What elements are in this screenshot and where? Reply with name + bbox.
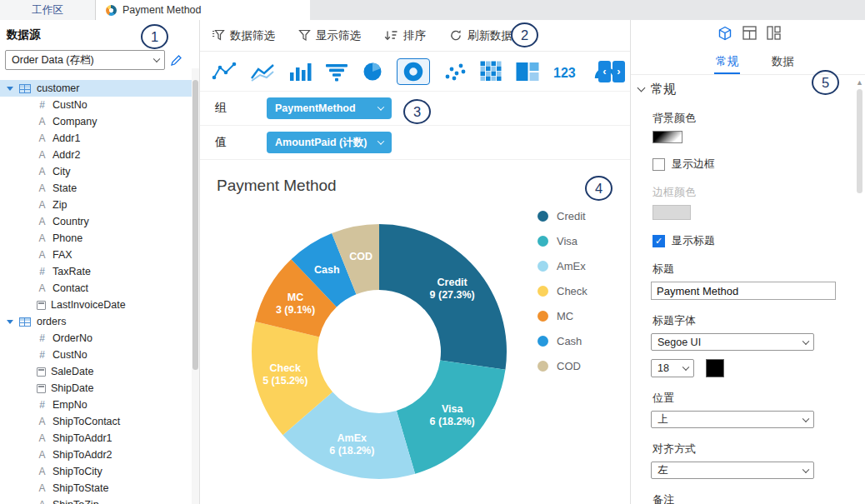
toolbar-data-filter[interactable]: 数据筛选 bbox=[212, 28, 275, 43]
chevron-down-icon bbox=[378, 137, 384, 144]
scrollbar-thumb[interactable] bbox=[857, 89, 862, 193]
panel-scrollbar[interactable]: ▲ bbox=[855, 78, 864, 504]
tree-field-row[interactable]: #CustNo bbox=[0, 97, 199, 113]
title-font-color-swatch[interactable] bbox=[706, 359, 724, 377]
sort-icon bbox=[384, 29, 398, 42]
tree-field-row[interactable]: ShipDate bbox=[0, 380, 199, 397]
toolbar-refresh[interactable]: 刷新数据 bbox=[449, 28, 512, 43]
legend-item-check[interactable]: Check bbox=[538, 278, 588, 303]
tree-field-row[interactable]: AShipToContact bbox=[0, 413, 199, 430]
tree-field-row[interactable]: AState bbox=[0, 180, 199, 197]
legend-item-mc[interactable]: MC bbox=[538, 303, 588, 328]
chart-type-heatmap-icon[interactable] bbox=[480, 61, 502, 82]
table-name: customer bbox=[37, 82, 79, 94]
title-font-size-select[interactable]: 18 bbox=[651, 359, 694, 377]
tree-field-row[interactable]: AShipToState bbox=[0, 480, 199, 497]
title-input[interactable] bbox=[651, 282, 836, 300]
chart-type-treemap-icon[interactable] bbox=[516, 62, 539, 82]
tree-field-row[interactable]: AContact bbox=[0, 280, 199, 297]
tab-payment-method[interactable]: Payment Method bbox=[96, 0, 310, 20]
donut-chart-icon bbox=[106, 5, 117, 16]
tree-field-row[interactable]: LastInvoiceDate bbox=[0, 297, 199, 313]
date-field-icon bbox=[37, 301, 46, 310]
tree-field-row[interactable]: ACompany bbox=[0, 113, 199, 130]
tree-field-row[interactable]: ACountry bbox=[0, 213, 199, 230]
split-layout-icon[interactable] bbox=[767, 26, 781, 42]
toolbar-display-filter[interactable]: 显示筛选 bbox=[298, 28, 361, 43]
section-general[interactable]: 常规 bbox=[638, 82, 865, 97]
scrollbar-thumb[interactable] bbox=[192, 80, 198, 370]
tab-data[interactable]: 数据 bbox=[772, 48, 794, 74]
date-field-icon bbox=[37, 384, 46, 393]
title-font-select[interactable]: Segoe UI bbox=[651, 333, 814, 351]
properties-panel: 常规 数据 常规 背景颜色 显示边框 边框颜色 bbox=[630, 20, 865, 504]
field-name: Company bbox=[52, 116, 98, 127]
tree-field-row[interactable]: AShipToAddr1 bbox=[0, 430, 199, 447]
donut-chart-svg: Credit9 (27.3%)Visa6 (18.2%)AmEx6 (18.2%… bbox=[246, 218, 512, 485]
field-name: ShipDate bbox=[51, 382, 93, 394]
tree-field-row[interactable]: #EmpNo bbox=[0, 397, 199, 413]
field-tree: customer#CustNoACompanyAAddr1AAddr2ACity… bbox=[0, 80, 199, 504]
group-field-dropdown[interactable]: PaymentMethod bbox=[267, 97, 392, 119]
scroll-left-button[interactable]: ‹ bbox=[598, 61, 611, 82]
tree-field-row[interactable]: #TaxRate bbox=[0, 263, 199, 280]
alignment-select[interactable]: 左 bbox=[651, 462, 814, 479]
tree-field-row[interactable]: ACity bbox=[0, 163, 199, 180]
legend-item-cash[interactable]: Cash bbox=[538, 328, 588, 353]
chart-type-line-marker-icon[interactable] bbox=[212, 62, 237, 82]
field-name: Contact bbox=[52, 282, 88, 294]
title-font-value: Segoe UI bbox=[658, 337, 701, 348]
scroll-up-icon[interactable]: ▲ bbox=[855, 78, 864, 87]
chart-type-pie-icon[interactable] bbox=[362, 62, 383, 82]
position-select[interactable]: 上 bbox=[651, 411, 814, 428]
tree-field-row[interactable]: #OrderNo bbox=[0, 330, 199, 347]
tree-field-row[interactable]: AFAX bbox=[0, 247, 199, 263]
tree-field-row[interactable]: APhone bbox=[0, 230, 199, 247]
table-node-orders[interactable]: orders bbox=[0, 313, 199, 330]
tree-field-row[interactable]: SaleDate bbox=[0, 363, 199, 380]
toolbar-sort[interactable]: 排序 bbox=[384, 28, 426, 43]
field-name: ShipToContact bbox=[52, 416, 120, 427]
scroll-right-button[interactable]: › bbox=[612, 61, 625, 82]
tree-field-row[interactable]: AZip bbox=[0, 197, 199, 213]
chart-type-column-icon[interactable] bbox=[288, 62, 312, 82]
tree-field-row[interactable]: #CustNo bbox=[0, 347, 199, 363]
legend-label: Visa bbox=[557, 235, 578, 247]
show-border-checkbox[interactable] bbox=[652, 158, 665, 171]
show-title-checkbox[interactable] bbox=[652, 235, 665, 247]
chart-type-donut-icon[interactable] bbox=[397, 58, 430, 85]
toolbar-item-label: 显示筛选 bbox=[316, 28, 361, 43]
chart-type-numeric-icon[interactable]: 123 bbox=[552, 62, 581, 82]
chart-type-line-icon[interactable] bbox=[250, 62, 275, 82]
legend-item-visa[interactable]: Visa bbox=[538, 228, 588, 253]
dataset-dropdown[interactable]: Order Data (存档) bbox=[5, 50, 165, 70]
chart-type-funnel-icon[interactable] bbox=[325, 62, 348, 82]
chevron-down-icon bbox=[378, 103, 384, 110]
tree-field-row[interactable]: AAddr1 bbox=[0, 130, 199, 147]
legend-item-credit[interactable]: Credit bbox=[538, 203, 588, 228]
tab-workspace[interactable]: 工作区 bbox=[0, 0, 96, 20]
field-name: LastInvoiceDate bbox=[51, 299, 126, 311]
expand-arrow-icon[interactable] bbox=[7, 320, 13, 324]
sidebar-scrollbar[interactable] bbox=[192, 68, 199, 504]
field-name: ShipToAddr2 bbox=[52, 449, 112, 461]
tree-field-row[interactable]: AShipToZip bbox=[0, 497, 199, 504]
tab-general[interactable]: 常规 bbox=[716, 48, 738, 74]
legend-item-cod[interactable]: COD bbox=[538, 353, 588, 378]
tab-general-label: 常规 bbox=[716, 54, 738, 69]
tree-field-row[interactable]: AShipToCity bbox=[0, 463, 199, 480]
value-field-dropdown[interactable]: AmountPaid (计数) bbox=[267, 132, 392, 153]
edit-dataset-button[interactable] bbox=[170, 54, 182, 67]
chart-type-bar: 123 ‹ › bbox=[200, 52, 630, 92]
text-field-icon: A bbox=[37, 499, 48, 504]
chart-type-scatter-icon[interactable] bbox=[443, 62, 467, 82]
tree-field-row[interactable]: AShipToAddr2 bbox=[0, 447, 199, 463]
background-color-swatch[interactable] bbox=[652, 131, 682, 143]
legend-item-amex[interactable]: AmEx bbox=[538, 253, 588, 278]
expand-arrow-icon[interactable] bbox=[7, 87, 13, 91]
toolbar-item-label: 排序 bbox=[403, 28, 426, 43]
tree-field-row[interactable]: AAddr2 bbox=[0, 147, 199, 163]
cube-icon[interactable] bbox=[718, 26, 732, 43]
layout-icon[interactable] bbox=[742, 26, 757, 42]
table-node-customer[interactable]: customer bbox=[0, 80, 199, 97]
